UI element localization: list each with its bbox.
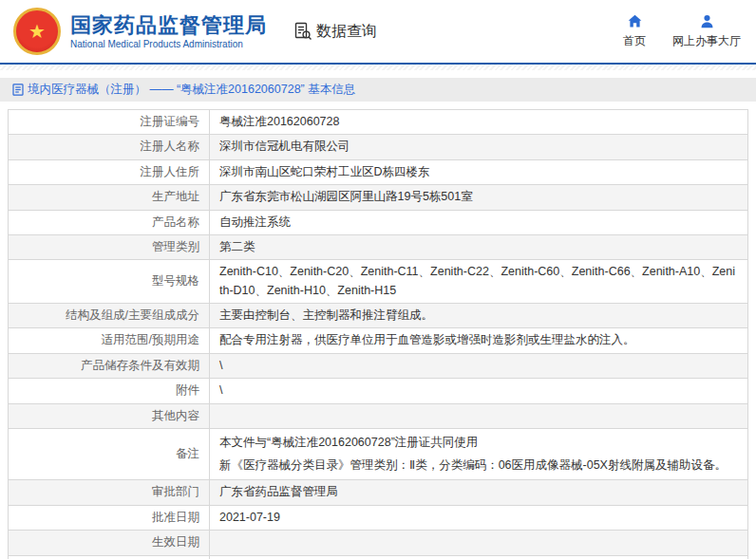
national-emblem-logo: ★ <box>13 8 61 55</box>
table-row: 注册证编号粤械注准20162060728 <box>9 110 748 135</box>
field-label: 生产地址 <box>9 185 210 210</box>
field-label: 备注 <box>9 428 210 480</box>
table-row: 生效日期 <box>9 531 748 555</box>
field-value: 2021-07-19 <box>210 505 748 530</box>
field-value: 主要由控制台、主控制器和推注臂组成。 <box>210 304 748 328</box>
nav-home[interactable]: 首页 <box>623 13 646 49</box>
table-row: 审批部门广东省药品监督管理局 <box>9 480 748 505</box>
breadcrumb: 境内医疗器械（注册） —— “粤械注准20162060728” 基本信息 <box>0 78 756 102</box>
table-row: 有效期至2026-04-26 <box>9 555 748 559</box>
field-value: 深圳市信冠机电有限公司 <box>210 135 748 159</box>
field-value: 配合专用注射器，供医疗单位用于血管造影或增强时造影剂或生理盐水的注入。 <box>210 328 748 353</box>
field-value: 第二类 <box>210 234 748 259</box>
logo-group: ★ 国家药品监督管理局 National Medical Products Ad… <box>13 8 267 55</box>
field-label: 产品储存条件及有效期 <box>9 353 210 378</box>
field-value: 广东省药品监督管理局 <box>210 480 748 505</box>
field-label: 批准日期 <box>9 505 210 530</box>
field-label: 注册证编号 <box>9 110 210 135</box>
field-value-line: 本文件与“粤械注准20162060728”注册证共同使用 <box>219 432 738 455</box>
info-table: 注册证编号粤械注准20162060728注册人名称深圳市信冠机电有限公司注册人住… <box>8 109 748 559</box>
field-value: 深圳市南山区蛇口荣村工业区D栋四楼东 <box>210 159 748 184</box>
site-title: 国家药品监督管理局 <box>70 13 267 37</box>
field-value <box>210 531 748 555</box>
field-value: \ <box>210 379 748 403</box>
field-value: 粤械注准20162060728 <box>210 110 748 135</box>
table-row: 生产地址广东省东莞市松山湖园区阿里山路19号5栋501室 <box>9 185 748 210</box>
table-row: 批准日期2021-07-19 <box>9 505 748 530</box>
field-value: 本文件与“粤械注准20162060728”注册证共同使用新《医疗器械分类目录》管… <box>210 428 748 480</box>
document-icon <box>12 84 24 96</box>
field-value <box>210 403 748 428</box>
breadcrumb-text: 境内医疗器械（注册） —— “粤械注准20162060728” 基本信息 <box>28 82 355 98</box>
field-value: 自动推注系统 <box>210 210 748 234</box>
table-row: 其他内容 <box>9 403 748 428</box>
field-label: 产品名称 <box>9 210 210 234</box>
field-value: 2026-04-26 <box>210 555 748 559</box>
field-label: 审批部门 <box>9 480 210 505</box>
table-row: 注册人名称深圳市信冠机电有限公司 <box>9 135 748 159</box>
table-row: 注册人住所深圳市南山区蛇口荣村工业区D栋四楼东 <box>9 159 748 184</box>
table-row: 附件\ <box>9 379 748 403</box>
field-label: 生效日期 <box>9 531 210 555</box>
site-title-block: 国家药品监督管理局 National Medical Products Admi… <box>70 13 267 49</box>
content-area: 注册证编号粤械注准20162060728注册人名称深圳市信冠机电有限公司注册人住… <box>0 102 756 559</box>
field-label: 附件 <box>9 379 210 403</box>
data-query-label: 数据查询 <box>316 22 377 42</box>
table-row: 适用范围/预期用途配合专用注射器，供医疗单位用于血管造影或增强时造影剂或生理盐水… <box>9 328 748 353</box>
site-subtitle: National Medical Products Administration <box>70 39 267 49</box>
data-query-icon <box>293 22 312 41</box>
field-label: 型号规格 <box>9 260 210 304</box>
table-row: 备注本文件与“粤械注准20162060728”注册证共同使用新《医疗器械分类目录… <box>9 428 748 480</box>
table-row: 型号规格Zenith-C10、Zenith-C20、Zenith-C11、Zen… <box>9 260 748 304</box>
nav-service-hall-label: 网上办事大厅 <box>672 33 741 49</box>
table-row: 结构及组成/主要组成成分主要由控制台、主控制器和推注臂组成。 <box>9 304 748 328</box>
data-query-section[interactable]: 数据查询 <box>293 22 377 42</box>
header-nav: 首页 网上办事大厅 <box>623 13 741 49</box>
person-icon <box>699 13 715 29</box>
spacer <box>0 70 756 78</box>
field-label: 注册人住所 <box>9 159 210 184</box>
field-label: 其他内容 <box>9 403 210 428</box>
field-value: 广东省东莞市松山湖园区阿里山路19号5栋501室 <box>210 185 748 210</box>
field-value: Zenith-C10、Zenith-C20、Zenith-C11、Zenith-… <box>210 260 748 304</box>
table-row: 产品储存条件及有效期\ <box>9 353 748 378</box>
home-icon <box>627 13 643 29</box>
nav-service-hall[interactable]: 网上办事大厅 <box>672 13 741 49</box>
nav-home-label: 首页 <box>623 33 646 49</box>
table-row: 管理类别第二类 <box>9 234 748 259</box>
field-value: \ <box>210 353 748 378</box>
site-header: ★ 国家药品监督管理局 National Medical Products Ad… <box>0 0 756 63</box>
field-label: 管理类别 <box>9 234 210 259</box>
field-label: 结构及组成/主要组成成分 <box>9 304 210 328</box>
field-label: 适用范围/预期用途 <box>9 328 210 353</box>
field-label: 有效期至 <box>9 555 210 559</box>
field-value-line: 新《医疗器械分类目录》管理类别：Ⅱ类，分类编码：06医用成像器械-05X射线附属… <box>219 455 738 477</box>
table-row: 产品名称自动推注系统 <box>9 210 748 234</box>
field-label: 注册人名称 <box>9 135 210 159</box>
